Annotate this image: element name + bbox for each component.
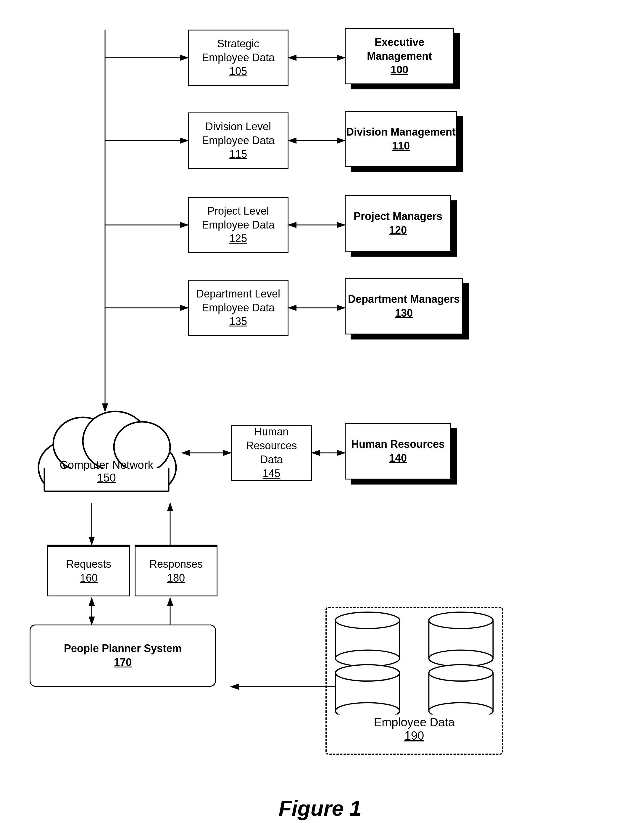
network-label: Computer Network150 [30, 459, 184, 484]
employee-data-container: Employee Data190 [325, 607, 503, 755]
cloud-svg [30, 385, 184, 509]
exec-mgmt-box: Executive Management 100 [345, 28, 454, 84]
hr-ref: 140 [389, 451, 407, 465]
svg-point-38 [336, 703, 400, 715]
dept-data-label: Department LevelEmployee Data [196, 287, 280, 315]
division-data-ref: 115 [229, 147, 247, 161]
responses-label: Responses [149, 557, 203, 571]
people-planner-box: People Planner System 170 [30, 625, 216, 687]
hr-box: Human Resources 140 [345, 423, 451, 479]
people-planner-ref: 170 [114, 656, 132, 670]
svg-point-40 [429, 665, 493, 681]
requests-box: Requests 160 [47, 545, 130, 596]
svg-point-32 [336, 650, 400, 667]
strategic-data-label: StrategicEmployee Data [202, 37, 275, 65]
svg-point-41 [429, 703, 493, 715]
hr-data-label: Human ResourcesData [232, 425, 311, 466]
dept-data-ref: 135 [229, 315, 247, 329]
people-planner-label: People Planner System [64, 642, 182, 656]
hr-label: Human Resources [351, 438, 445, 451]
hr-data-box: Human ResourcesData 145 [231, 425, 312, 481]
dept-data-box: Department LevelEmployee Data 135 [188, 280, 288, 336]
project-mgrs-box: Project Managers 120 [345, 196, 451, 252]
hr-data-ref: 145 [262, 467, 280, 481]
requests-label: Requests [66, 557, 111, 571]
project-mgrs-ref: 120 [389, 223, 407, 237]
project-data-label: Project LevelEmployee Data [202, 204, 275, 232]
strategic-data-ref: 105 [229, 64, 247, 79]
division-data-box: Division LevelEmployee Data 115 [188, 112, 288, 169]
svg-point-37 [336, 665, 400, 681]
division-mgmt-label: Division Management [346, 125, 456, 139]
exec-mgmt-label: Executive Management [346, 35, 453, 63]
project-data-ref: 125 [229, 232, 247, 246]
strategic-employee-data-box: StrategicEmployee Data 105 [188, 30, 288, 86]
division-mgmt-box: Division Management 110 [345, 111, 457, 167]
svg-point-35 [429, 650, 493, 667]
dept-mgrs-box: Department Managers 130 [345, 278, 463, 335]
exec-mgmt-ref: 100 [390, 63, 408, 77]
figure-label: Figure 1 [0, 796, 640, 822]
cylinders-svg [326, 608, 502, 715]
requests-ref: 160 [80, 571, 98, 585]
dept-mgrs-ref: 130 [395, 306, 413, 320]
project-data-box: Project LevelEmployee Data 125 [188, 197, 288, 253]
svg-point-34 [429, 612, 493, 628]
employee-data-label: Employee Data190 [326, 716, 502, 742]
responses-box: Responses 180 [134, 545, 218, 596]
division-mgmt-ref: 110 [392, 139, 410, 153]
dept-mgrs-label: Department Managers [348, 292, 460, 306]
division-data-label: Division LevelEmployee Data [202, 120, 275, 148]
responses-ref: 180 [167, 571, 185, 585]
svg-point-31 [336, 612, 400, 628]
diagram-container: { "title": "Figure 1", "boxes": { "strat… [0, 0, 640, 840]
project-mgrs-label: Project Managers [354, 210, 442, 223]
